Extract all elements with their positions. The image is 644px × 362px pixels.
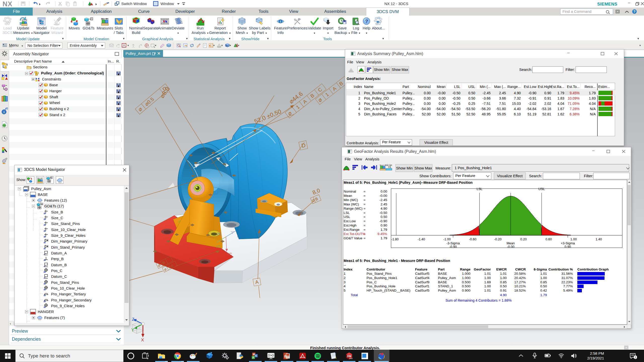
svg-text:F: F <box>253 356 254 359</box>
svg-text:XC: XC <box>227 252 232 256</box>
svg-text:Y: Y <box>131 328 134 332</box>
svg-text:SW: SW <box>347 355 351 358</box>
svg-text:i: i <box>280 20 281 23</box>
svg-text:YC: YC <box>216 245 221 249</box>
svg-text:M: M <box>253 353 255 355</box>
svg-text:S>G: S>G <box>268 354 274 357</box>
svg-text:A: A <box>41 203 43 205</box>
svg-text:C: C <box>255 354 257 357</box>
svg-text:A: A <box>91 18 92 20</box>
svg-text:X: X <box>141 338 144 342</box>
svg-text:ZC: ZC <box>217 232 222 236</box>
svg-text:A: A <box>51 177 52 178</box>
svg-text:Z: Z <box>132 317 134 322</box>
svg-text:P: P <box>284 354 287 358</box>
svg-text:1: 1 <box>635 356 636 359</box>
svg-text:?: ? <box>365 19 368 24</box>
svg-text:i: i <box>4 110 5 114</box>
svg-text:?: ? <box>633 10 636 14</box>
svg-text:2020: 2020 <box>349 358 353 359</box>
